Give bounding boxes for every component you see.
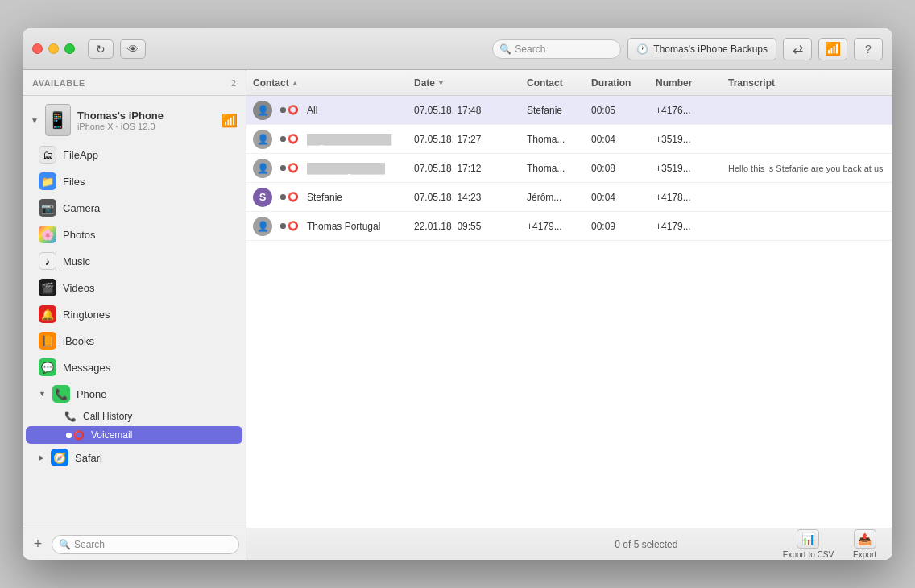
main-window: ↻ 👁 🔍 Search 🕐 Thomas's iPhone Backups ⇄… xyxy=(23,28,892,560)
sidebar-item-ibooks[interactable]: 📙 iBooks xyxy=(26,328,242,354)
sidebar-footer: + 🔍 Search xyxy=(23,528,246,560)
camera-icon: 📷 xyxy=(39,199,56,217)
device-info: Thomas's iPhone iPhone X · iOS 12.0 xyxy=(77,110,215,131)
table-row[interactable]: 👤 ⏺⭕ All 07.05.18, 17:48 Stefanie 00:05 … xyxy=(246,96,892,125)
sort-arrow-contact: ▲ xyxy=(292,79,299,87)
voicemail-indicator-4: ⏺⭕ xyxy=(279,192,299,202)
sidebar-item-messages[interactable]: 💬 Messages xyxy=(26,354,242,380)
backup-button[interactable]: 🕐 Thomas's iPhone Backups xyxy=(627,38,776,60)
phone-expand-arrow: ▼ xyxy=(39,390,46,398)
table-row[interactable]: 👤 ⏺⭕ ██ ██████████ 07.05.18, 17:27 Thoma… xyxy=(246,125,892,154)
safari-expand-arrow: ▶ xyxy=(39,453,44,462)
maximize-button[interactable] xyxy=(64,43,75,54)
wifi-icon: 📶 xyxy=(825,41,841,56)
phone-label: Phone xyxy=(77,388,107,400)
videos-label: Videos xyxy=(63,282,95,294)
photos-icon: 🌸 xyxy=(39,226,56,243)
close-button[interactable] xyxy=(32,43,43,54)
safari-icon: 🧭 xyxy=(51,449,68,466)
voicemail-indicator-2: ⏺⭕ xyxy=(279,134,299,144)
table-header: Contact ▲ Date ▼ Contact Duration Number xyxy=(246,70,892,96)
col-contact[interactable]: Contact ▲ xyxy=(246,77,408,89)
sidebar-search-label: Search xyxy=(74,539,105,550)
contact-name-3: ██████ █████ xyxy=(307,163,385,174)
files-icon: 📁 xyxy=(39,172,56,190)
col-number-label: Number xyxy=(656,77,692,89)
call-history-label: Call History xyxy=(83,411,132,422)
help-button[interactable]: ? xyxy=(854,38,883,60)
sidebar-item-music[interactable]: ♪ Music xyxy=(26,248,242,274)
ibooks-label: iBooks xyxy=(63,335,94,347)
sidebar-search-icon: 🔍 xyxy=(59,539,71,550)
sidebar-item-ringtones[interactable]: 🔔 Ringtones xyxy=(26,301,242,327)
sidebar-item-videos[interactable]: 🎬 Videos xyxy=(26,275,242,300)
td-contact2-4: Jérôm... xyxy=(520,192,585,203)
music-icon: ♪ xyxy=(39,252,56,270)
sidebar-items: ▼ 📱 Thomas's iPhone iPhone X · iOS 12.0 … xyxy=(23,96,246,528)
device-name: Thomas's iPhone xyxy=(77,110,215,122)
titlebar-search[interactable]: 🔍 Search xyxy=(492,39,621,59)
sort-arrow-date: ▼ xyxy=(437,79,445,87)
sidebar-item-call-history[interactable]: 📞 Call History xyxy=(26,408,242,425)
sidebar-item-files[interactable]: 📁 Files xyxy=(26,168,242,194)
sidebar-item-voicemail[interactable]: ⏺⭕ Voicemail xyxy=(26,426,242,444)
td-duration-3: 00:08 xyxy=(585,163,649,174)
minimize-button[interactable] xyxy=(48,43,59,54)
td-contact-2: 👤 ⏺⭕ ██ ██████████ xyxy=(246,130,408,149)
sidebar-item-camera[interactable]: 📷 Camera xyxy=(26,195,242,221)
add-button[interactable]: + xyxy=(29,536,47,553)
td-contact2-2: Thoma... xyxy=(520,134,585,145)
sync-icon: ⇄ xyxy=(793,41,803,56)
device-item[interactable]: ▼ 📱 Thomas's iPhone iPhone X · iOS 12.0 … xyxy=(23,99,246,141)
footer-actions: 📊 Export to CSV 📤 Export xyxy=(776,528,883,560)
export-button[interactable]: 📤 Export xyxy=(847,528,883,560)
voicemail-indicator-1: ⏺⭕ xyxy=(279,105,299,115)
col-date[interactable]: Date ▼ xyxy=(408,77,520,89)
device-model: iPhone X · iOS 12.0 xyxy=(77,122,215,131)
sync-button[interactable]: ⇄ xyxy=(783,38,812,60)
export-csv-icon: 📊 xyxy=(797,529,819,549)
messages-label: Messages xyxy=(63,362,110,374)
wifi-button[interactable]: 📶 xyxy=(818,38,847,60)
table-row[interactable]: 👤 ⏺⭕ ██████ █████ 07.05.18, 17:12 Thoma.… xyxy=(246,154,892,183)
safari-label: Safari xyxy=(75,452,102,464)
voicemail-icon: ⏺⭕ xyxy=(64,430,85,441)
td-duration-2: 00:04 xyxy=(585,134,649,145)
sidebar: AVAILABLE 2 ▼ 📱 Thomas's iPhone iPhone X… xyxy=(23,70,246,560)
td-number-4: +4178... xyxy=(649,192,722,203)
table-row[interactable]: 👤 ⏺⭕ Thomas Portugal 22.01.18, 09:55 +41… xyxy=(246,212,892,241)
available-count: 2 xyxy=(231,78,236,88)
ibooks-icon: 📙 xyxy=(39,332,56,350)
refresh-button[interactable]: ↻ xyxy=(88,39,114,59)
export-csv-button[interactable]: 📊 Export to CSV xyxy=(776,528,840,560)
photos-label: Photos xyxy=(63,229,95,241)
avatar-2: 👤 xyxy=(253,130,272,149)
avatar-3: 👤 xyxy=(253,159,272,178)
td-date-5: 22.01.18, 09:55 xyxy=(408,221,520,232)
td-duration-5: 00:09 xyxy=(585,221,649,232)
device-wifi-icon: 📶 xyxy=(222,113,238,128)
sidebar-item-photos[interactable]: 🌸 Photos xyxy=(26,222,242,247)
traffic-lights xyxy=(32,43,75,54)
date-1: 07.05.18, 17:48 xyxy=(414,105,481,116)
export-label: Export xyxy=(853,550,876,559)
col-contact2-label: Contact xyxy=(527,77,563,89)
backup-label: Thomas's iPhone Backups xyxy=(653,43,768,55)
col-date-label: Date xyxy=(414,77,435,89)
sidebar-search[interactable]: 🔍 Search xyxy=(52,535,239,554)
content-area: AVAILABLE 2 ▼ 📱 Thomas's iPhone iPhone X… xyxy=(23,70,892,560)
eye-button[interactable]: 👁 xyxy=(120,39,146,59)
contact-name-1: All xyxy=(307,105,317,116)
sidebar-item-phone[interactable]: ▼ 📞 Phone xyxy=(26,381,242,407)
td-contact2-1: Stefanie xyxy=(520,105,585,116)
table-row[interactable]: S ⏺⭕ Stefanie 07.05.18, 14:23 Jérôm... 0… xyxy=(246,183,892,212)
device-expand-arrow: ▼ xyxy=(31,116,39,125)
titlebar-search-label: Search xyxy=(515,43,545,55)
voicemail-label: Voicemail xyxy=(91,429,132,441)
sidebar-item-safari[interactable]: ▶ 🧭 Safari xyxy=(26,445,242,470)
contact-name-2: ██ ██████████ xyxy=(307,134,391,145)
td-date-4: 07.05.18, 14:23 xyxy=(408,192,520,203)
col-contact-label: Contact xyxy=(253,77,289,89)
refresh-icon: ↻ xyxy=(96,43,106,56)
sidebar-item-fileapp[interactable]: 🗂 FileApp xyxy=(26,142,242,168)
